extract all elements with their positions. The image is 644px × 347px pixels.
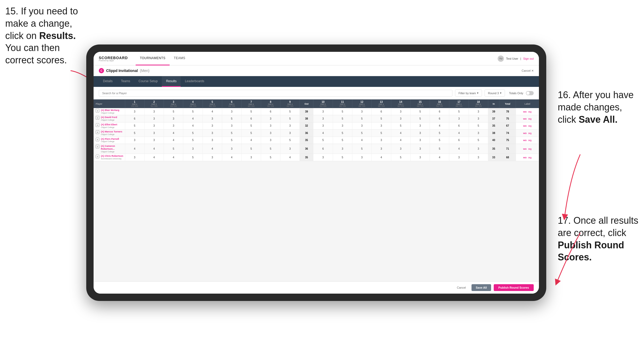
score-h4[interactable]: 3 <box>183 144 203 154</box>
score-h18[interactable]: 3 <box>469 130 488 137</box>
score-h16[interactable]: 6 <box>430 108 449 115</box>
score-h4[interactable]: 4 <box>183 115 203 122</box>
score-h11[interactable]: 5 <box>333 115 352 122</box>
score-h4[interactable]: 5 <box>183 130 203 137</box>
score-h1[interactable]: 3 <box>125 108 144 115</box>
score-h17[interactable]: 4 <box>449 130 469 137</box>
score-h4[interactable]: 5 <box>183 137 203 144</box>
score-h3[interactable]: 3 <box>164 115 183 122</box>
score-h5[interactable]: 4 <box>203 108 222 115</box>
score-h4[interactable]: 5 <box>183 108 203 115</box>
sign-out-link[interactable]: Sign out <box>523 57 534 60</box>
filter-team-btn[interactable]: Filter by team ▾ <box>455 89 482 97</box>
score-h9[interactable]: 3 <box>280 122 300 129</box>
publish-round-scores-button[interactable]: Publish Round Scores <box>494 284 534 291</box>
score-h9[interactable]: 5 <box>280 108 300 115</box>
score-h10[interactable]: 5 <box>313 137 333 144</box>
score-h17[interactable]: 4 <box>449 144 469 154</box>
score-h13[interactable]: 3 <box>372 137 391 144</box>
score-h11[interactable]: 3 <box>333 122 352 129</box>
score-h16[interactable]: 6 <box>430 115 449 122</box>
score-h12[interactable]: 4 <box>352 137 371 144</box>
score-h1[interactable]: 5 <box>125 130 144 137</box>
score-h12[interactable]: 3 <box>352 122 371 129</box>
score-h14[interactable]: 3 <box>391 144 410 154</box>
cancel-button[interactable]: Cancel <box>454 284 469 291</box>
score-h5[interactable]: 4 <box>203 144 222 154</box>
score-h12[interactable]: 5 <box>352 144 371 154</box>
score-h8[interactable]: 3 <box>261 115 280 122</box>
score-h8[interactable]: 3 <box>261 130 280 137</box>
score-h11[interactable]: 5 <box>333 154 352 161</box>
score-h15[interactable]: 5 <box>410 108 430 115</box>
score-h16[interactable]: 4 <box>430 154 449 161</box>
dq-label[interactable]: DQ <box>528 132 532 135</box>
score-h5[interactable]: 3 <box>203 122 222 129</box>
dq-label[interactable]: DQ <box>528 139 532 142</box>
score-h5[interactable]: 3 <box>203 154 222 161</box>
score-h12[interactable]: 3 <box>352 108 371 115</box>
score-h8[interactable]: 6 <box>261 108 280 115</box>
score-h1[interactable]: 3 <box>125 154 144 161</box>
score-h14[interactable]: 3 <box>391 115 410 122</box>
score-h11[interactable]: 5 <box>333 137 352 144</box>
tab-details[interactable]: Details <box>99 76 117 87</box>
score-h2[interactable]: 4 <box>144 144 164 154</box>
score-h10[interactable]: 3 <box>313 154 333 161</box>
tab-results[interactable]: Results <box>162 76 181 87</box>
score-h10[interactable]: 3 <box>313 122 333 129</box>
score-h13[interactable]: 4 <box>372 154 391 161</box>
score-h4[interactable]: 4 <box>183 122 203 129</box>
score-h15[interactable]: 3 <box>410 144 430 154</box>
score-h14[interactable]: 4 <box>391 137 410 144</box>
score-h8[interactable]: 3 <box>261 137 280 144</box>
score-h17[interactable]: 3 <box>449 115 469 122</box>
score-h18[interactable]: 3 <box>469 144 488 154</box>
score-h3[interactable]: 4 <box>164 130 183 137</box>
score-h9[interactable]: 3 <box>280 130 300 137</box>
score-h9[interactable]: 4 <box>280 154 300 161</box>
nav-tournaments[interactable]: TOURNAMENTS <box>136 52 170 65</box>
score-h3[interactable]: 5 <box>164 108 183 115</box>
score-h6[interactable]: 5 <box>222 137 241 144</box>
score-h6[interactable]: 5 <box>222 115 241 122</box>
score-h5[interactable]: 3 <box>203 130 222 137</box>
score-h2[interactable]: 3 <box>144 115 164 122</box>
dq-label[interactable]: DQ <box>528 125 532 127</box>
score-h1[interactable]: 3 <box>125 137 144 144</box>
nav-teams[interactable]: TEAMS <box>170 52 189 65</box>
score-h15[interactable]: 5 <box>410 115 430 122</box>
wd-label[interactable]: WD <box>523 132 527 135</box>
score-h16[interactable]: 5 <box>430 130 449 137</box>
score-h13[interactable]: 5 <box>372 115 391 122</box>
score-h11[interactable]: 5 <box>333 108 352 115</box>
dq-label[interactable]: DQ <box>528 111 532 113</box>
dq-label[interactable]: DQ <box>528 156 532 159</box>
cancel-tournament-btn[interactable]: Cancel ✕ <box>522 69 534 72</box>
tab-course-setup[interactable]: Course Setup <box>134 76 162 87</box>
score-h12[interactable]: 5 <box>352 130 371 137</box>
score-h11[interactable]: 5 <box>333 130 352 137</box>
score-h18[interactable]: 3 <box>469 115 488 122</box>
score-h3[interactable]: 4 <box>164 154 183 161</box>
score-h3[interactable]: 5 <box>164 144 183 154</box>
score-h3[interactable]: 4 <box>164 137 183 144</box>
score-h9[interactable]: 3 <box>280 144 300 154</box>
score-h18[interactable]: 3 <box>469 154 488 161</box>
score-h7[interactable]: 4 <box>242 137 261 144</box>
score-h15[interactable]: 3 <box>410 154 430 161</box>
totals-only-toggle[interactable] <box>526 91 534 95</box>
score-h13[interactable]: 3 <box>372 144 391 154</box>
score-h16[interactable]: 5 <box>430 144 449 154</box>
score-h9[interactable]: 5 <box>280 137 300 144</box>
score-h16[interactable]: 4 <box>430 122 449 129</box>
round-select-btn[interactable]: Round 3 ▾ <box>485 89 505 97</box>
score-h10[interactable]: 3 <box>313 115 333 122</box>
score-h17[interactable]: 6 <box>449 122 469 129</box>
score-h7[interactable]: 6 <box>242 115 261 122</box>
score-h14[interactable]: 5 <box>391 154 410 161</box>
score-h8[interactable]: 5 <box>261 154 280 161</box>
score-h6[interactable]: 3 <box>222 108 241 115</box>
wd-label[interactable]: WD <box>523 118 527 120</box>
wd-label[interactable]: WD <box>523 139 527 142</box>
